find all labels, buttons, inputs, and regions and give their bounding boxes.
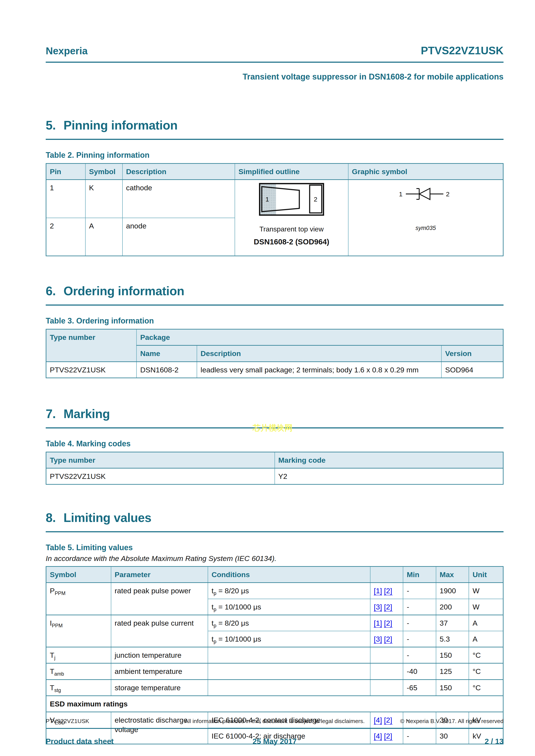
ordering-package-description: leadless very small package; 2 terminals…: [197, 362, 441, 378]
symbol-reference-code: sym035: [415, 224, 436, 232]
section-6-rule: [46, 305, 503, 306]
footnote-link[interactable]: [2]: [384, 603, 392, 611]
footnote-link[interactable]: [3]: [374, 603, 382, 611]
footer-doc-type: Product data sheet: [46, 737, 253, 746]
table5-col-unit: Unit: [469, 567, 503, 583]
section-7-title: Marking: [64, 407, 110, 421]
condition-cell: [208, 663, 370, 680]
table5-col-symbol: Symbol: [46, 567, 111, 583]
footnote-link[interactable]: [2]: [384, 587, 392, 595]
ordering-version: SOD964: [441, 362, 503, 378]
min-cell: -40: [403, 663, 436, 680]
esd-section-label: ESD maximum ratings: [46, 696, 503, 712]
pin-1-symbol: K: [85, 180, 123, 218]
max-cell: 37: [436, 615, 469, 631]
condition-cell: [208, 647, 370, 663]
parameter-cell: ambient temperature: [111, 663, 208, 680]
section-8-number: 8.: [46, 511, 56, 525]
footer-disclaimer: All information provided in this documen…: [184, 718, 365, 724]
section-7-heading: 7. Marking: [46, 407, 503, 421]
footnote-refs-cell: [370, 647, 403, 663]
footnote-refs-cell: [3] [2]: [370, 631, 403, 647]
table5-col-parameter: Parameter: [111, 567, 208, 583]
condition-cell: tp = 10/1000 μs: [208, 631, 370, 647]
parameter-cell: rated peak pulse power: [111, 583, 208, 615]
outline-pin2-label: 2: [314, 196, 318, 203]
table2-col-graphic: Graphic symbol: [348, 164, 503, 180]
table3-ordering: Type number Package Name Description Ver…: [46, 329, 503, 378]
datasheet-page: Nexperia PTVS22VZ1USK Transient voltage …: [0, 0, 535, 756]
footer-copyright: © Nexperia B.V. 2017. All rights reserve…: [365, 718, 503, 724]
doc-subtitle: Transient voltage suppressor in DSN1608-…: [46, 72, 503, 81]
marking-type-number: PTVS22VZ1USK: [46, 468, 275, 484]
pin-2-number: 2: [46, 218, 85, 256]
max-cell: 150: [436, 680, 469, 696]
graphic-symbol-cell: 1 2 sym035: [348, 180, 503, 256]
section-5-title: Pinning information: [64, 118, 178, 132]
pin-2-symbol: A: [85, 218, 123, 256]
footer-rule: [46, 728, 503, 729]
page-header: Nexperia PTVS22VZ1USK: [46, 44, 503, 57]
section-6-heading: 6. Ordering information: [46, 284, 503, 298]
table-row: Tamb ambient temperature -40 125 °C: [46, 663, 503, 680]
table2-pinning: Pin Symbol Description Simplified outlin…: [46, 163, 503, 256]
footnote-link[interactable]: [1]: [374, 587, 382, 595]
pin-2-description: anode: [123, 218, 235, 256]
max-cell: 150: [436, 647, 469, 663]
table-row: PPPM rated peak pulse power tp = 8/20 μs…: [46, 583, 503, 599]
symbol-pppm: PPPM: [46, 583, 111, 615]
footnote-refs-cell: [370, 663, 403, 680]
table3-col-description: Description: [197, 345, 441, 362]
max-cell: 125: [436, 663, 469, 680]
symbol-pin1-label: 1: [399, 191, 403, 198]
section-8-heading: 8. Limiting values: [46, 511, 503, 525]
table3-col-package: Package: [136, 329, 503, 345]
unit-cell: A: [469, 615, 503, 631]
outline-package-name: DSN1608-2 (SOD964): [254, 237, 329, 247]
table4-col-marking-code: Marking code: [275, 452, 503, 468]
unit-cell: °C: [469, 663, 503, 680]
pin-1-number: 1: [46, 180, 85, 218]
section-5-heading: 5. Pinning information: [46, 118, 503, 132]
footnote-link[interactable]: [3]: [374, 635, 382, 644]
condition-cell: tp = 8/20 μs: [208, 615, 370, 631]
table3-caption: Table 3. Ordering information: [46, 316, 503, 325]
max-cell: 1900: [436, 583, 469, 599]
footnote-refs-cell: [1] [2]: [370, 615, 403, 631]
footnote-link[interactable]: [2]: [384, 635, 392, 644]
condition-cell: tp = 10/1000 μs: [208, 599, 370, 615]
brand-logo: Nexperia: [46, 45, 88, 57]
symbol-tj: Tj: [46, 647, 111, 663]
symbol-ippm: IPPM: [46, 615, 111, 647]
table5-caption: Table 5. Limiting values: [46, 543, 503, 552]
table5-col-refs: [370, 567, 403, 583]
table4-col-type-number: Type number: [46, 452, 275, 468]
page-footer: PTVS22VZ1USK All information provided in…: [46, 718, 503, 746]
footnote-link[interactable]: [1]: [374, 619, 382, 628]
symbol-pin2-label: 2: [446, 191, 450, 198]
table5-col-conditions: Conditions: [208, 567, 370, 583]
diode-symbol-drawing: 1 2: [398, 184, 454, 204]
outline-pin1-label: 1: [266, 196, 269, 203]
unit-cell: W: [469, 599, 503, 615]
unit-cell: A: [469, 631, 503, 647]
table-row: Tj junction temperature - 150 °C: [46, 647, 503, 663]
max-cell: 200: [436, 599, 469, 615]
marking-code-value: Y2: [275, 468, 503, 484]
section-5-number: 5.: [46, 118, 56, 132]
table5-col-max: Max: [436, 567, 469, 583]
footnote-link[interactable]: [2]: [384, 619, 392, 628]
ordering-type-number: PTVS22VZ1USK: [46, 362, 137, 378]
section-6-number: 6.: [46, 284, 56, 298]
outline-caption: Transparent top view: [259, 225, 324, 234]
parameter-cell: junction temperature: [111, 647, 208, 663]
parameter-cell: rated peak pulse current: [111, 615, 208, 647]
table-row: 1 K cathode: [46, 180, 503, 218]
section-6-title: Ordering information: [64, 284, 184, 298]
min-cell: -: [403, 583, 436, 599]
footer-date: 25 May 2017: [253, 737, 296, 746]
table3-col-type-number: Type number: [46, 329, 137, 362]
symbol-tamb: Tamb: [46, 663, 111, 680]
condition-cell: tp = 8/20 μs: [208, 583, 370, 599]
parameter-cell: storage temperature: [111, 680, 208, 696]
